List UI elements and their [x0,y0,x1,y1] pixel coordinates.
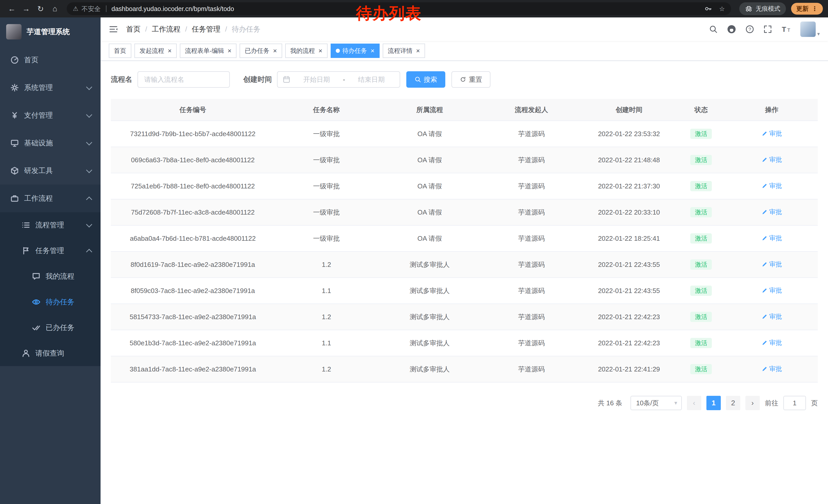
bookmark-star-icon[interactable]: ☆ [719,5,725,12]
approve-link[interactable]: 审批 [761,286,782,294]
sidebar-item-label: 基础设施 [24,138,53,148]
approve-link[interactable]: 审批 [761,208,782,216]
approve-link[interactable]: 审批 [761,312,782,321]
sidebar-item-system[interactable]: 系统管理 [0,74,100,101]
sidebar-item-devtools[interactable]: 研发工具 [0,157,100,185]
sidebar-item-workflow[interactable]: 工作流程 [0,185,100,212]
page-size-select[interactable]: 10条/页 ▾ [630,396,682,410]
close-icon[interactable]: × [319,47,322,54]
breadcrumb-home[interactable]: 首页 [126,25,140,34]
search-button[interactable]: 搜索 [406,71,445,88]
tab-home[interactable]: 首页 [109,44,131,58]
page-button-1[interactable]: 1 [706,396,721,410]
cell-task-id: 8f0d1619-7ac8-11ec-a9e2-a2380e71991a [111,251,275,278]
approve-link[interactable]: 审批 [761,155,782,164]
cell-action: 审批 [726,147,818,173]
create-time-label: 创建时间 [243,75,272,84]
sidebar-item-done-tasks[interactable]: 已办任务 [0,315,100,340]
user-avatar-menu[interactable]: ▾ [800,21,820,37]
sidebar-item-label: 我的流程 [46,272,74,281]
tab-process-detail[interactable]: 流程详情 × [383,44,425,58]
sidebar-item-my-process[interactable]: 我的流程 [0,264,100,289]
tab-label: 待办任务 [342,47,367,55]
tab-form-edit[interactable]: 流程表单-编辑 × [180,44,237,58]
cell-process: OA 请假 [378,173,481,199]
pagination-total: 共 16 条 [598,399,622,408]
cell-process: 测试多审批人 [378,278,481,304]
tab-start-process[interactable]: 发起流程 × [134,44,177,58]
cell-action: 审批 [726,304,818,330]
cell-status: 激活 [676,251,726,278]
tab-my-process[interactable]: 我的流程 × [285,44,328,58]
kebab-menu-icon[interactable]: ⋮ [812,5,818,12]
cell-process: OA 请假 [378,147,481,173]
sidebar-item-label: 流程管理 [35,220,64,230]
approve-link[interactable]: 审批 [761,365,782,373]
approve-link[interactable]: 审批 [761,129,782,138]
sidebar-item-process-management[interactable]: 流程管理 [0,212,100,238]
breadcrumb-task-management[interactable]: 任务管理 [192,25,220,34]
tab-label: 发起流程 [139,47,164,55]
cell-process: OA 请假 [378,121,481,147]
breadcrumb-workflow[interactable]: 工作流程 [152,25,180,34]
tab-todo-tasks[interactable]: 待办任务 × [331,44,380,58]
password-key-icon[interactable] [704,5,712,12]
approve-link[interactable]: 审批 [761,182,782,190]
sidebar-item-task-management[interactable]: 任务管理 [0,238,100,264]
sidebar-logo[interactable]: 芋道管理系统 [0,17,100,46]
tab-done-tasks[interactable]: 已办任务 × [240,44,282,58]
sidebar-item-todo-tasks[interactable]: 待办任务 [0,289,100,315]
close-icon[interactable]: × [227,47,232,54]
approve-link[interactable]: 审批 [761,260,782,268]
reset-button[interactable]: 重置 [451,71,490,88]
gear-icon [10,83,19,92]
close-icon[interactable]: × [371,47,374,54]
back-icon[interactable]: ← [5,2,18,15]
cell-action: 审批 [726,251,818,278]
help-icon[interactable]: ? [745,25,754,34]
header-initiator: 流程发起人 [481,99,581,121]
browser-update-button[interactable]: 更新 ⋮ [791,3,823,15]
cell-create-time: 2022-01-21 22:42:23 [581,304,676,330]
goto-unit-label: 页 [811,399,818,408]
cell-create-time: 2022-01-21 22:43:55 [581,278,676,304]
sidebar-item-leave-query[interactable]: 请假查询 [0,340,100,366]
close-icon[interactable]: × [168,47,172,54]
prev-page-button[interactable]: ‹ [687,396,701,410]
edit-icon [761,314,768,320]
header-task-id: 任务编号 [111,99,275,121]
yen-icon [10,111,19,120]
approve-link[interactable]: 审批 [761,234,782,242]
address-bar[interactable]: ⚠ 不安全 dashboard.yudao.iocoder.cn/bpm/tas… [67,2,731,15]
top-navbar: 首页 / 工作流程 / 任务管理 / 待办任务 ? [100,17,828,41]
github-icon[interactable] [727,25,736,34]
next-page-button[interactable]: › [745,396,760,410]
sidebar-item-home[interactable]: 首页 [0,46,100,74]
cell-initiator: 芋道源码 [481,121,581,147]
avatar [800,21,816,37]
close-icon[interactable]: × [416,47,420,54]
date-range-picker[interactable]: 开始日期 - 结束日期 [277,71,400,88]
edit-icon [761,183,768,189]
process-name-input[interactable] [137,71,230,88]
page-button-2[interactable]: 2 [726,396,740,410]
sidebar-collapse-button[interactable] [109,25,118,34]
sidebar-item-infrastructure[interactable]: 基础设施 [0,129,100,157]
font-size-icon[interactable]: TT [781,25,791,34]
sidebar-item-payment[interactable]: 支付管理 [0,101,100,129]
reload-icon[interactable]: ↻ [34,2,47,15]
fullscreen-icon[interactable] [763,25,772,34]
forward-icon[interactable]: → [19,2,33,15]
avatar-caret-icon: ▾ [817,31,820,37]
incognito-badge[interactable]: 无痕模式 [739,2,786,15]
close-icon[interactable]: × [273,47,277,54]
search-icon[interactable] [709,25,718,34]
chevron-down-icon [86,139,92,145]
monitor-icon [10,139,19,147]
edit-icon [761,156,768,163]
goto-page-input[interactable] [783,396,806,410]
approve-link[interactable]: 审批 [761,338,782,347]
home-icon[interactable]: ⌂ [48,2,61,15]
table-row: 381aa1dd-7ac8-11ec-a9e2-a2380e71991a 1.2… [111,356,818,382]
table-row: 580e1b3d-7ac8-11ec-a9e2-a2380e71991a 1.1… [111,330,818,356]
